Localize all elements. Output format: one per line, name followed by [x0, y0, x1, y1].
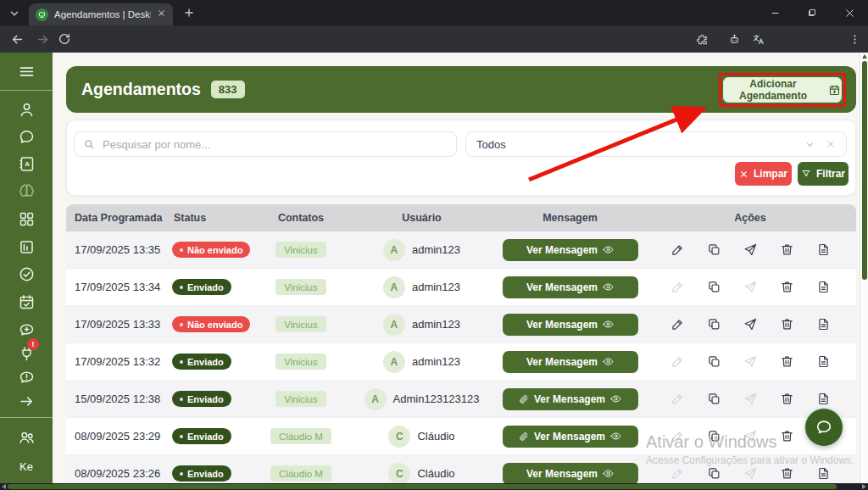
send-action-button[interactable]	[740, 315, 760, 335]
translate-icon[interactable]	[749, 31, 766, 47]
message-alert-icon	[18, 369, 36, 387]
sidebar-item-kanban-card[interactable]	[0, 237, 53, 257]
horizontal-scrollbar-thumb[interactable]	[8, 484, 837, 489]
duplicate-action-button[interactable]	[704, 352, 724, 372]
avatar: A	[383, 239, 405, 261]
document-action-button[interactable]	[813, 464, 833, 484]
duplicate-action-button[interactable]	[704, 277, 724, 298]
view-message-button[interactable]: Ver Mensagem	[503, 351, 638, 373]
document-action-button[interactable]	[813, 389, 833, 409]
minimize-button[interactable]	[756, 0, 793, 25]
row-date: 17/09/2025 13:33	[66, 318, 165, 331]
svg-text:A: A	[25, 160, 30, 168]
sidebar-divider	[0, 417, 53, 418]
browser-tab[interactable]: Agendamentos | DeskRio	[29, 3, 173, 25]
vertical-scrollbar[interactable]	[860, 53, 868, 490]
view-message-button[interactable]: Ver Mensagem	[503, 276, 638, 298]
sidebar-item-contacts-book[interactable]: A	[0, 153, 53, 174]
sidebar-item-calendar-check[interactable]	[0, 292, 53, 312]
search-box[interactable]	[74, 131, 457, 157]
clear-select-icon[interactable]	[826, 139, 836, 149]
duplicate-action-button[interactable]	[704, 315, 724, 335]
send-action-button	[740, 352, 760, 372]
send-action-button[interactable]	[740, 240, 760, 260]
contact-chip: Vinicius	[275, 354, 326, 370]
delete-action-button[interactable]	[776, 426, 797, 447]
sidebar-divider	[0, 90, 53, 91]
back-button[interactable]	[8, 31, 25, 47]
view-message-button[interactable]: Ver Mensagem	[503, 463, 638, 485]
browser-menu-icon[interactable]	[846, 31, 863, 47]
duplicate-action-button[interactable]	[704, 240, 724, 260]
delete-action-button[interactable]	[776, 240, 797, 260]
sidebar-bottom-label: Ke	[0, 460, 53, 473]
document-action-button[interactable]	[813, 240, 833, 260]
vertical-scrollbar-thumb[interactable]	[862, 61, 867, 280]
deskrio-favicon	[36, 8, 48, 21]
document-action-button[interactable]	[813, 277, 833, 298]
tab-search-icon[interactable]	[7, 6, 22, 21]
document-action-button[interactable]	[813, 352, 833, 372]
forward-button[interactable]	[34, 31, 51, 47]
sidebar-item-user[interactable]	[0, 99, 53, 120]
view-message-button[interactable]: Ver Mensagem	[503, 388, 638, 410]
column-header: Data Programada	[66, 212, 165, 224]
scroll-left-arrow[interactable]	[2, 484, 6, 489]
sidebar-item-integration-plug[interactable]: !	[0, 343, 53, 364]
scroll-up-arrow[interactable]	[862, 54, 867, 58]
edit-action-button	[667, 352, 687, 372]
horizontal-scrollbar[interactable]	[0, 483, 868, 490]
delete-action-button[interactable]	[776, 315, 797, 335]
search-input[interactable]	[103, 138, 448, 151]
sidebar-item-team[interactable]	[0, 426, 53, 447]
extensions-puzzle-icon[interactable]	[693, 31, 710, 47]
menu-icon[interactable]	[0, 63, 53, 84]
tab-close-icon[interactable]	[157, 8, 166, 20]
edit-action-button[interactable]	[667, 240, 687, 260]
user-icon	[18, 101, 36, 119]
add-schedule-button[interactable]: Adicionar Agendamento	[723, 77, 842, 103]
check-circle-icon	[18, 265, 36, 283]
sidebar-item-apps-grid[interactable]	[0, 209, 53, 229]
extension-bot-icon[interactable]	[726, 31, 743, 47]
delete-action-button[interactable]	[776, 464, 797, 484]
filter-card: Todos Limpar Filtrar	[66, 120, 856, 196]
delete-action-button[interactable]	[776, 352, 797, 372]
search-icon	[83, 138, 95, 150]
browser-titlebar: Agendamentos | DeskRio	[0, 0, 868, 25]
tab-title: Agendamentos | DeskRio	[54, 9, 151, 19]
reload-button[interactable]	[56, 31, 73, 47]
document-action-button[interactable]	[813, 315, 833, 335]
clear-filters-button[interactable]: Limpar	[735, 162, 792, 186]
sidebar-item-chat[interactable]	[0, 126, 53, 147]
apply-filter-button[interactable]: Filtrar	[798, 162, 849, 186]
duplicate-action-button[interactable]	[704, 426, 724, 447]
new-tab-button[interactable]	[181, 5, 197, 20]
delete-action-button[interactable]	[776, 277, 797, 298]
row-date: 08/09/2025 23:26	[66, 467, 165, 480]
view-message-button[interactable]: Ver Mensagem	[503, 239, 638, 261]
send-action-button	[740, 426, 760, 447]
sidebar-item-message-plus[interactable]	[0, 320, 53, 340]
view-message-button[interactable]: Ver Mensagem	[503, 426, 638, 448]
scroll-right-arrow[interactable]	[862, 484, 866, 489]
chat-fab-button[interactable]	[805, 409, 843, 446]
row-date: 15/09/2025 12:38	[66, 393, 165, 405]
duplicate-action-button[interactable]	[704, 389, 724, 409]
view-message-button[interactable]: Ver Mensagem	[503, 314, 638, 336]
user-name: admin123	[412, 318, 460, 331]
maximize-button[interactable]	[793, 0, 831, 25]
user-name: admin123	[412, 243, 460, 256]
sidebar-item-check-circle[interactable]	[0, 264, 53, 284]
contact-chip: Vinicius	[275, 279, 326, 295]
close-window-button[interactable]	[831, 0, 868, 25]
edit-action-button[interactable]	[667, 315, 687, 335]
filter-select[interactable]: Todos	[465, 131, 847, 157]
sidebar-item-arrow-right[interactable]	[0, 391, 53, 411]
contact-chip: Vinicius	[275, 242, 326, 258]
sidebar-item-brain[interactable]	[0, 181, 53, 201]
duplicate-action-button[interactable]	[704, 464, 724, 484]
delete-action-button[interactable]	[776, 389, 797, 409]
chevron-down-icon[interactable]	[804, 139, 815, 150]
sidebar-item-message-alert[interactable]	[0, 367, 53, 387]
